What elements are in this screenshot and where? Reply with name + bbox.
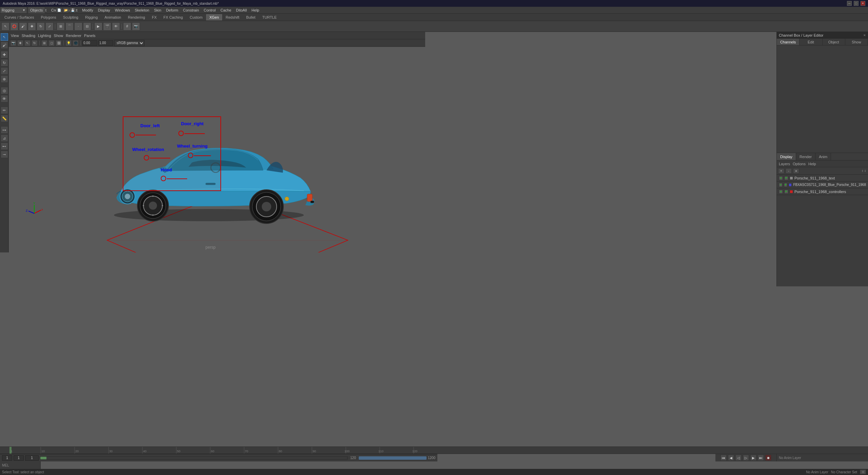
close-button[interactable]: ✕	[861, 1, 865, 6]
layer-vis-checkbox-1[interactable]: V	[779, 176, 783, 180]
vp2-texture-icon[interactable]: 🖼	[56, 40, 62, 46]
menu-skeleton[interactable]: Skeleton	[135, 8, 149, 12]
shelf-tab-redshift[interactable]: Redshift	[223, 14, 242, 20]
shelf-lasso-icon[interactable]: ⭕	[10, 22, 18, 31]
menu-deform[interactable]: Deform	[166, 8, 178, 12]
door-left-circle[interactable]	[130, 132, 135, 138]
transport-go-start[interactable]: ⏮	[721, 455, 727, 461]
shelf-snap-point-icon[interactable]: ·	[74, 22, 82, 31]
vp-menu-view[interactable]: View	[11, 34, 19, 38]
shelf-camera-icon[interactable]: 📷	[132, 22, 140, 31]
vp2-light-icon[interactable]: 💡	[65, 40, 72, 46]
shelf-render-icon[interactable]: ▶	[94, 22, 102, 31]
layer-options-btn[interactable]: ≡	[793, 168, 799, 174]
shelf-tab-curves-surfaces[interactable]: Curves / Surfaces	[1, 14, 37, 20]
tool-paint[interactable]: 🖌	[1, 41, 8, 49]
shelf-tab-fxcaching[interactable]: FX Caching	[160, 14, 186, 20]
vp2-select-icon[interactable]: ↖	[24, 40, 31, 46]
shelf-tab-sculpting[interactable]: Sculpting	[60, 14, 81, 20]
tool-select[interactable]: ↖	[1, 33, 8, 41]
menu-display[interactable]: Display	[98, 8, 110, 12]
layers-subtab-options[interactable]: Options	[793, 162, 806, 166]
layers-subtab-layers[interactable]: Layers	[779, 162, 790, 166]
tab-show[interactable]: Show	[845, 39, 868, 45]
vp-menu-shading[interactable]: Shading	[22, 34, 35, 38]
layer-row-body[interactable]: V P FBXASC0S711_1968_Blue_Porsche_911_19…	[777, 182, 868, 188]
shelf-snap-curve-icon[interactable]: ⌒	[65, 22, 74, 31]
menu-ditoall[interactable]: DitoAll	[236, 8, 247, 12]
layers-tab-anim[interactable]: Anim	[815, 153, 831, 160]
tool-orient[interactable]: ⊸	[1, 151, 8, 158]
layer-ref-checkbox-3[interactable]: P	[784, 190, 788, 194]
vp2-exposure-input[interactable]	[98, 40, 113, 46]
menu-constrain[interactable]: Constrain	[183, 8, 199, 12]
open-file-icon[interactable]: 📂	[63, 7, 69, 13]
shelf-tab-fx[interactable]: FX	[149, 14, 160, 20]
layers-tab-display[interactable]: Display	[777, 153, 796, 160]
layer-vis-checkbox-2[interactable]: V	[779, 183, 783, 187]
vp-menu-renderer[interactable]: Renderer	[66, 34, 81, 38]
vp2-value-input[interactable]	[82, 40, 97, 46]
shelf-scale-icon[interactable]: ⤢	[45, 22, 54, 31]
transport-play-back[interactable]: ◁	[735, 455, 742, 461]
mode-dropdown[interactable]: Rigging ▼	[0, 7, 27, 14]
layers-subtab-help[interactable]: Help	[808, 162, 816, 166]
shelf-tab-xgen[interactable]: XGen	[206, 14, 222, 20]
tool-rotate[interactable]: ↻	[1, 59, 8, 66]
tool-component[interactable]: ⊿	[1, 134, 8, 142]
tool-rivet[interactable]: ⊷	[1, 142, 8, 150]
transport-step-back[interactable]: ◀	[728, 455, 734, 461]
shelf-tab-bullet[interactable]: Bullet	[243, 14, 259, 20]
layer-ref-checkbox-1[interactable]: P	[784, 176, 788, 180]
start-frame-input[interactable]	[2, 455, 12, 461]
wheel-turning-circle[interactable]	[188, 153, 193, 158]
shelf-snap-grid-icon[interactable]: ⊞	[57, 22, 65, 31]
tool-scale[interactable]: ⤢	[1, 67, 8, 75]
vp-menu-lighting[interactable]: Lighting	[38, 34, 51, 38]
tool-move[interactable]: ✚	[1, 51, 8, 58]
layer-row-controllers[interactable]: V P Porsche_911_1968_controllers	[777, 188, 868, 195]
layer-vis-checkbox-3[interactable]: V	[779, 190, 783, 194]
shelf-tab-rigging[interactable]: Rigging	[82, 14, 101, 20]
menu-skin[interactable]: Skin	[154, 8, 161, 12]
layers-tab-render[interactable]: Render	[796, 153, 815, 160]
objects-button[interactable]: Objects	[28, 7, 45, 14]
save-file-icon[interactable]: 💾	[70, 7, 76, 13]
hood-circle[interactable]	[161, 176, 166, 181]
tool-soft-mod[interactable]: ◎	[1, 87, 8, 94]
tab-edit[interactable]: Edit	[800, 39, 822, 45]
tool-joint[interactable]: ⊶	[1, 126, 8, 134]
wheel-rotation-circle[interactable]	[144, 155, 149, 160]
menu-modify[interactable]: Modify	[82, 8, 93, 12]
vp2-rotate-icon[interactable]: ↻	[32, 40, 38, 46]
shelf-ipr-icon[interactable]: 🎬	[103, 22, 111, 31]
shelf-tab-custom[interactable]: Custom	[187, 14, 206, 20]
shelf-tab-polygons[interactable]: Polygons	[38, 14, 59, 20]
vp2-colorspace-dropdown[interactable]: sRGB gamma	[114, 40, 144, 46]
layer-row-text[interactable]: V P Porsche_911_1968_text	[777, 175, 868, 182]
menu-cache[interactable]: Cache	[220, 8, 231, 12]
shelf-display-icon[interactable]: 👁	[112, 22, 120, 31]
channel-box-close-icon[interactable]: ✕	[863, 34, 866, 37]
shelf-tab-rendering[interactable]: Rendering	[125, 14, 148, 20]
shelf-paint-icon[interactable]: 🖌	[19, 22, 27, 31]
shelf-rotate-icon[interactable]: ↻	[37, 22, 45, 31]
tool-universal[interactable]: ⊕	[1, 75, 8, 83]
layer-new-btn[interactable]: +	[778, 168, 784, 174]
tool-show-hide[interactable]: 👁	[1, 95, 8, 102]
menu-control[interactable]: Control	[204, 8, 216, 12]
shelf-tab-animation[interactable]: Animation	[101, 14, 124, 20]
vp2-wire-icon[interactable]: ⊞	[41, 40, 47, 46]
shelf-move-icon[interactable]: ✚	[28, 22, 36, 31]
timeline-scrubber[interactable]	[40, 456, 348, 460]
layer-ref-checkbox-2[interactable]: P	[784, 183, 788, 187]
door-right-circle[interactable]	[178, 131, 184, 136]
transport-play-fwd[interactable]: ▷	[743, 455, 749, 461]
mel-mel-btn[interactable]: ⚙	[860, 470, 866, 474]
vp2-camera-icon[interactable]: 📷	[10, 40, 16, 46]
transport-go-end[interactable]: ⏭	[758, 455, 764, 461]
vp2-move-icon[interactable]: ✚	[17, 40, 23, 46]
timeline-range-bar[interactable]	[359, 456, 427, 460]
menu-windows[interactable]: Windows	[115, 8, 130, 12]
maximize-button[interactable]: □	[854, 1, 859, 6]
